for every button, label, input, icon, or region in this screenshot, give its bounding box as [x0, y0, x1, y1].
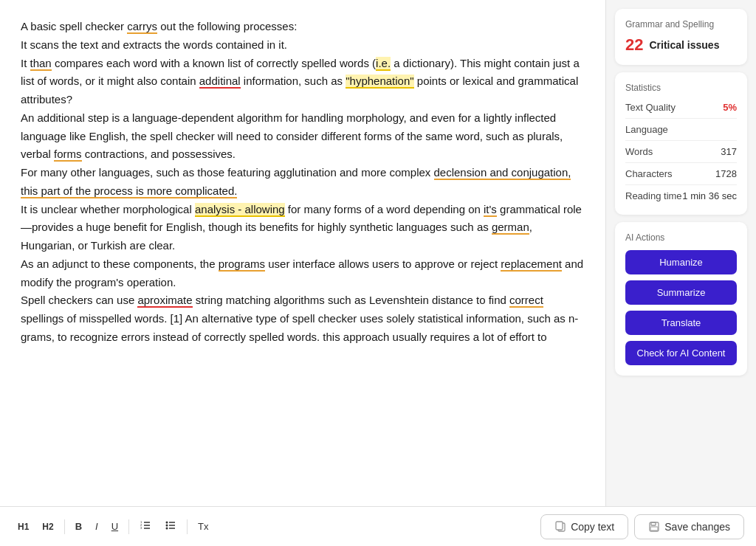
italic-button[interactable]: I [89, 516, 104, 536]
error-additinal: additinal [199, 75, 241, 89]
stat-quality-value: 5% [723, 102, 737, 113]
unordered-list-icon [165, 519, 176, 531]
svg-point-6 [166, 522, 168, 524]
grammar-card-title: Grammar and Spelling [625, 19, 737, 30]
error-ie: i.e. [376, 57, 391, 71]
stat-words-label: Words [625, 146, 653, 157]
svg-text:3: 3 [140, 526, 142, 530]
translate-button[interactable]: Translate [625, 311, 737, 335]
svg-point-8 [166, 528, 168, 530]
toolbar-divider-2 [128, 519, 129, 534]
error-correct: correct [509, 294, 543, 308]
error-analysis-allowing: analysis - allowing [195, 203, 285, 217]
stat-reading-time-label: Reading time [625, 190, 682, 201]
critical-label: Critical issues [649, 39, 719, 51]
toolbar-divider-1 [64, 519, 65, 534]
toolbar-left: H1 H2 B I U 1 2 3 [12, 515, 540, 538]
bold-button[interactable]: B [69, 516, 88, 536]
stats-card-title: Statistics [625, 83, 737, 93]
ai-actions-card: AI Actions Humanize Summarize Translate … [615, 222, 747, 376]
stat-row-reading-time: Reading time 1 min 36 sec [625, 187, 737, 204]
error-hyphenation: "hyphenation" [346, 75, 413, 89]
stat-row-words: Words 317 [625, 143, 737, 160]
copy-text-button[interactable]: Copy text [540, 514, 628, 539]
humanize-button[interactable]: Humanize [625, 250, 737, 274]
error-replacement: replacement [501, 258, 562, 272]
ordered-list-icon: 1 2 3 [140, 519, 151, 531]
error-than: than [30, 57, 52, 71]
copy-icon [554, 521, 566, 533]
copy-text-label: Copy text [571, 521, 614, 533]
error-german: german [492, 221, 529, 235]
summarize-button[interactable]: Summarize [625, 280, 737, 305]
stat-row-language: Language [625, 121, 737, 138]
editor-area[interactable]: A basic spell checker carrys out the fol… [0, 0, 605, 506]
error-carrys: carrys [127, 20, 157, 34]
stat-language-label: Language [625, 124, 668, 135]
stat-row-characters: Characters 1728 [625, 165, 737, 182]
svg-rect-15 [651, 522, 656, 525]
toolbar-divider-3 [187, 519, 188, 534]
ai-actions-title: AI Actions [625, 232, 737, 243]
stat-quality-label: Text Quality [625, 102, 676, 113]
statistics-card: Statistics Text Quality 5% Language Word… [615, 72, 747, 215]
stat-reading-time-value: 1 min 36 sec [682, 190, 737, 201]
underline-button[interactable]: U [106, 516, 124, 536]
bottom-toolbar: H1 H2 B I U 1 2 3 [0, 506, 756, 546]
sidebar: Grammar and Spelling 22 Critical issues … [605, 0, 756, 506]
critical-count: 22 [625, 35, 643, 55]
save-icon [648, 521, 660, 533]
save-changes-label: Save changes [664, 521, 730, 533]
svg-point-7 [166, 525, 168, 527]
clear-format-button[interactable]: Tx [192, 516, 214, 536]
unordered-list-button[interactable] [159, 515, 182, 538]
main-container: A basic spell checker carrys out the fol… [0, 0, 756, 506]
error-aproximate: aproximate [137, 294, 192, 308]
error-long-sentence: declension and conjugation, this part of… [21, 166, 571, 198]
critical-issues-row: 22 Critical issues [625, 35, 737, 55]
h1-button[interactable]: H1 [12, 517, 35, 536]
check-ai-button[interactable]: Check for AI Content [625, 341, 737, 365]
stat-words-value: 317 [721, 146, 737, 157]
error-forms: forms [54, 148, 82, 162]
toolbar-right: Copy text Save changes [540, 514, 744, 539]
grammar-card: Grammar and Spelling 22 Critical issues [615, 9, 747, 65]
save-changes-button[interactable]: Save changes [634, 514, 744, 539]
ordered-list-button[interactable]: 1 2 3 [134, 515, 157, 538]
stat-row-quality: Text Quality 5% [625, 99, 737, 116]
svg-rect-16 [650, 527, 658, 531]
stat-characters-value: 1728 [715, 168, 737, 179]
h2-button[interactable]: H2 [36, 517, 59, 536]
stat-characters-label: Characters [625, 168, 673, 179]
svg-rect-13 [556, 522, 563, 530]
error-programs: programs [219, 258, 265, 272]
error-its: it's [484, 203, 497, 217]
